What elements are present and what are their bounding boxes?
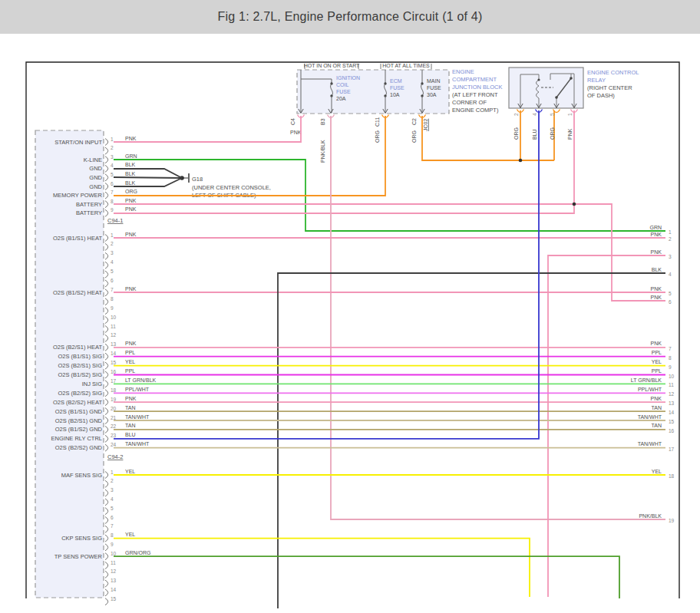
wire: [114, 539, 530, 597]
pin-terminal: [105, 252, 108, 259]
junction-block-location: CORNER OF: [452, 99, 487, 106]
pin-terminal: [105, 174, 108, 181]
wire-color-label: BLU: [532, 129, 537, 140]
wire: [278, 273, 665, 608]
pin-number: 13: [111, 341, 117, 347]
wire-color-label: ORG: [550, 127, 555, 140]
pin-terminal: [105, 417, 108, 424]
pin-terminal: [105, 589, 108, 596]
pin-number: 6: [111, 515, 114, 520]
pin-label: TP SENS POWER: [54, 553, 103, 560]
wire-color-label: PPL: [125, 368, 135, 374]
pin-terminal: [105, 499, 108, 506]
fuse-rating: 10A: [390, 92, 400, 97]
pin-number: 8: [111, 296, 114, 302]
pin-terminal: [105, 157, 108, 163]
wire-color-label: PNK: [125, 198, 137, 203]
pin-terminal: [105, 381, 108, 387]
pin-number: 10: [111, 315, 117, 320]
pin-terminal: [105, 335, 108, 341]
pin-label: O2S (B2/S1) GND: [55, 417, 103, 424]
title-bar: Fig 1: 2.7L, Engine Performance Circuit …: [0, 0, 700, 34]
pin-number: 19: [669, 518, 675, 523]
wire-color-label: ORG: [513, 127, 519, 140]
connector-label-jc02[interactable]: JC02: [423, 119, 428, 131]
pin-number: 9: [669, 364, 672, 370]
fuse-name: ECM: [390, 78, 402, 84]
wire-color-label: PNK: [651, 286, 662, 292]
pin-number: 3: [111, 154, 114, 160]
connector-label[interactable]: C94-2: [107, 453, 123, 460]
pin-number: 11: [669, 382, 674, 387]
pin-label: CKP SENS SIG: [61, 535, 102, 542]
pin-label: O2S (B2/S2) SIG: [58, 390, 102, 397]
pin-number: 8: [111, 532, 114, 538]
figure-title: Fig 1: 2.7L, Engine Performance Circuit …: [218, 10, 483, 24]
pin-number: 23: [111, 433, 117, 438]
pin-number: 17: [669, 447, 675, 452]
relay-location: (RIGHT CENTER: [587, 84, 632, 91]
pin-number: 20: [111, 406, 117, 411]
pin-terminal: [105, 289, 108, 296]
fuse-name: MAIN: [427, 78, 441, 84]
wire-color-label: YEL: [125, 532, 135, 537]
pin-terminal: [105, 489, 108, 496]
pin-label: BATTERY: [76, 201, 102, 208]
pin-number: 18: [111, 387, 117, 393]
wire-color-label: PNK: [651, 232, 662, 237]
pin-number: 15: [669, 419, 675, 424]
pin-terminal: [105, 344, 108, 351]
pin-label: MEMORY POWER: [53, 192, 102, 199]
relay-contact: [570, 77, 573, 80]
connector-label[interactable]: C94-1: [107, 217, 123, 224]
pin-terminal: [105, 544, 108, 551]
wire-color-label: PNK: [290, 130, 302, 135]
pin-number: 16: [111, 369, 117, 374]
pin-number: 3: [111, 250, 114, 255]
wire-color-label: PPL/WHT: [638, 387, 662, 392]
wire-color-label: YEL: [125, 359, 135, 364]
bus-hot-in-start: HOT IN ON OR START: [304, 63, 360, 68]
wire-color-label: TAN: [652, 405, 662, 410]
connector-label-c4: C4: [290, 118, 296, 125]
pin-number: 18: [669, 473, 675, 479]
wire-color-label: PPL/WHT: [125, 387, 150, 392]
fuse-rating: 20A: [336, 96, 346, 101]
junction-dot: [573, 203, 576, 206]
ground-label: G18: [192, 176, 203, 183]
pin-terminal: [105, 262, 108, 269]
wire-color-label: TAN: [652, 423, 662, 428]
pin-label: O2S (B1/S2) HEAT: [53, 289, 102, 296]
junction-block-location: (AT LEFT FRONT: [452, 91, 498, 98]
pin-terminal: [105, 243, 108, 250]
pin-number: 12: [669, 391, 675, 397]
pin-number: 10: [111, 551, 117, 556]
pin-number: 9: [111, 542, 114, 547]
wire-color-label: PNK: [125, 341, 137, 346]
pin-number: 15: [111, 360, 117, 365]
wire-color-label: PPL: [125, 350, 135, 355]
wire-color-label: PNK: [125, 206, 137, 212]
relay-location: OF DASH): [587, 92, 615, 99]
fuse-rating: 30A: [427, 92, 437, 97]
wire-color-label: BLK: [652, 267, 662, 272]
junction-dot: [519, 159, 523, 163]
pin-terminal: [105, 280, 108, 287]
pin-terminal: [105, 362, 108, 369]
pin-number: 2: [111, 478, 114, 483]
wiring-diagram: HOT IN ON OR START HOT AT ALL TIMES ENGI…: [0, 34, 700, 613]
pin-terminal: [105, 317, 108, 324]
wire-color-label: PNK: [651, 341, 662, 346]
pin-label: O2S (B1/S1) SIG: [58, 353, 102, 360]
junction-block-name: ENGINE: [452, 68, 474, 75]
pin-number: 1: [669, 229, 672, 235]
pin-number: 7: [111, 190, 114, 195]
wire: [114, 177, 182, 178]
wire-color-label: BLK: [125, 171, 136, 176]
pin-number: 14: [669, 410, 675, 415]
pin-number: 8: [111, 199, 114, 204]
pin-terminal: [105, 209, 108, 216]
wire-color-label: PNK: [651, 249, 662, 255]
pin-number: 14: [111, 351, 117, 356]
junction-block-name: JUNCTION BLOCK: [452, 84, 502, 91]
